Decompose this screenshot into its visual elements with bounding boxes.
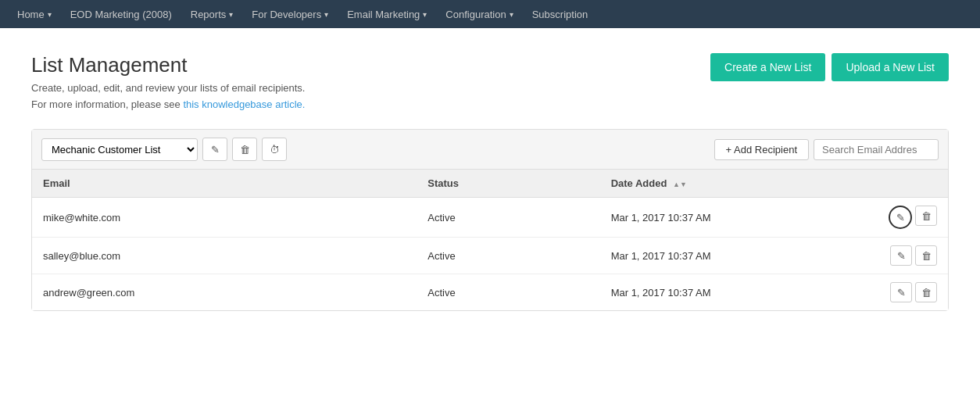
- table-container: Mechanic Customer List ✎ 🗑 ⏱ + Add Recip…: [31, 129, 949, 311]
- table-row: salley@blue.com Active Mar 1, 2017 10:37…: [32, 238, 948, 274]
- page-info: For more information, please see this kn…: [31, 98, 305, 110]
- nav-item-subscription[interactable]: Subscription: [524, 5, 596, 23]
- knowledgebase-link[interactable]: this knowledgebase article.: [183, 98, 305, 110]
- cell-email: mike@white.com: [32, 198, 417, 238]
- cell-status: Active: [417, 198, 599, 238]
- add-recipient-button[interactable]: + Add Recipient: [714, 139, 809, 160]
- header-buttons: Create a New List Upload a New List: [710, 53, 949, 81]
- cell-actions: ✎ 🗑: [874, 198, 948, 238]
- table-toolbar: Mechanic Customer List ✎ 🗑 ⏱ + Add Recip…: [32, 130, 948, 170]
- recipients-table: Email Status Date Added ▲▼ mike@white.co…: [32, 170, 948, 310]
- nav-item-configuration[interactable]: Configuration ▾: [438, 5, 520, 23]
- actions-cell: ✎ 🗑: [885, 206, 937, 229]
- nav-item-email-marketing[interactable]: Email Marketing ▾: [339, 5, 435, 23]
- delete-recipient-button[interactable]: 🗑: [915, 206, 937, 226]
- cell-email: andrew@green.com: [32, 274, 417, 311]
- clock-icon: ⏱: [270, 144, 280, 156]
- chevron-down-icon: ▾: [510, 10, 513, 19]
- list-select[interactable]: Mechanic Customer List: [41, 138, 198, 161]
- nav-item-eod[interactable]: EOD Marketing (2008): [63, 5, 180, 23]
- table-row: andrew@green.com Active Mar 1, 2017 10:3…: [32, 274, 948, 311]
- chevron-down-icon: ▾: [229, 10, 233, 19]
- pencil-icon: ✎: [896, 212, 905, 224]
- table-row: mike@white.com Active Mar 1, 2017 10:37 …: [32, 198, 948, 238]
- chevron-down-icon: ▾: [423, 10, 427, 19]
- edit-recipient-button[interactable]: ✎: [890, 245, 912, 266]
- nav-item-reports[interactable]: Reports ▾: [183, 5, 241, 23]
- nav-item-home[interactable]: Home ▾: [9, 5, 59, 23]
- page-title: List Management: [31, 53, 305, 77]
- actions-cell: ✎ 🗑: [885, 282, 937, 302]
- pencil-icon: ✎: [897, 287, 906, 299]
- settings-list-button[interactable]: ⏱: [262, 138, 287, 161]
- edit-recipient-button[interactable]: ✎: [890, 282, 912, 302]
- cell-date-added: Mar 1, 2017 10:37 AM: [600, 274, 875, 311]
- search-input[interactable]: [814, 139, 939, 160]
- pencil-icon: ✎: [211, 144, 220, 156]
- chevron-down-icon: ▾: [324, 10, 328, 19]
- chevron-down-icon: ▾: [48, 10, 52, 19]
- cell-date-added: Mar 1, 2017 10:37 AM: [600, 238, 875, 274]
- cell-actions: ✎ 🗑: [874, 238, 948, 274]
- create-new-list-button[interactable]: Create a New List: [710, 53, 825, 81]
- trash-icon: 🗑: [240, 144, 250, 156]
- trash-icon: 🗑: [921, 250, 932, 262]
- page-header: List Management Create, upload, edit, an…: [31, 53, 949, 110]
- col-header-email: Email: [32, 170, 417, 198]
- cell-email: salley@blue.com: [32, 238, 417, 274]
- edit-list-button[interactable]: ✎: [202, 138, 227, 161]
- cell-status: Active: [417, 238, 599, 274]
- upload-new-list-button[interactable]: Upload a New List: [832, 53, 949, 81]
- delete-recipient-button[interactable]: 🗑: [915, 282, 937, 302]
- page-content: List Management Create, upload, edit, an…: [0, 28, 980, 336]
- table-header-row: Email Status Date Added ▲▼: [32, 170, 948, 198]
- trash-icon: 🗑: [921, 287, 932, 299]
- col-header-date-added[interactable]: Date Added ▲▼: [600, 170, 875, 198]
- actions-cell: ✎ 🗑: [885, 245, 937, 266]
- sort-arrows-icon: ▲▼: [673, 181, 687, 188]
- pencil-icon: ✎: [897, 250, 906, 262]
- navbar: Home ▾ EOD Marketing (2008) Reports ▾ Fo…: [0, 0, 980, 28]
- cell-date-added: Mar 1, 2017 10:37 AM: [600, 198, 875, 238]
- delete-recipient-button[interactable]: 🗑: [915, 245, 937, 266]
- edit-recipient-button[interactable]: ✎: [889, 206, 912, 229]
- cell-status: Active: [417, 274, 599, 311]
- delete-list-button[interactable]: 🗑: [232, 138, 257, 161]
- page-subtitle: Create, upload, edit, and review your li…: [31, 82, 305, 94]
- nav-item-developers[interactable]: For Developers ▾: [244, 5, 336, 23]
- col-header-status: Status: [417, 170, 599, 198]
- trash-icon: 🗑: [921, 210, 932, 222]
- page-intro: List Management Create, upload, edit, an…: [31, 53, 305, 110]
- col-header-actions: [874, 170, 948, 198]
- cell-actions: ✎ 🗑: [874, 274, 948, 311]
